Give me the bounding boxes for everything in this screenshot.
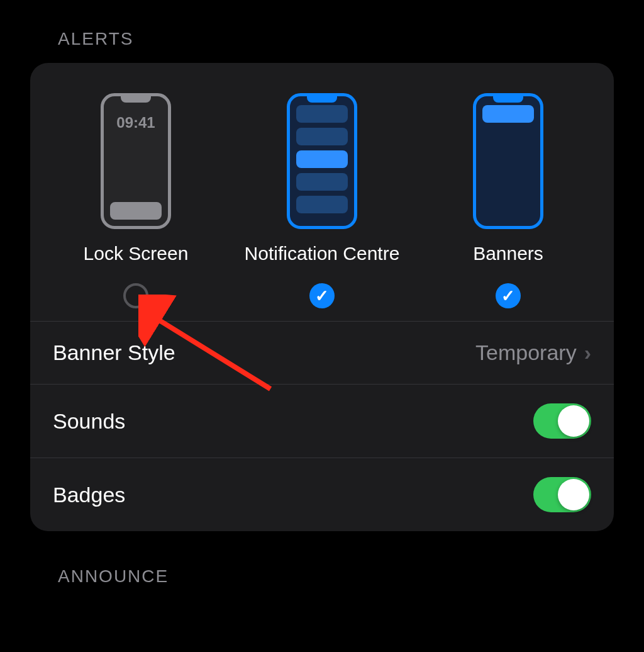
toggle-knob-icon xyxy=(558,479,589,510)
alert-label-lock-screen: Lock Screen xyxy=(84,243,189,264)
alert-types-row: 09:41 Lock Screen xyxy=(30,63,614,322)
notification-centre-phone-icon xyxy=(287,93,357,229)
lock-screen-phone-icon: 09:41 xyxy=(101,93,171,229)
alerts-section-header: ALERTS xyxy=(58,29,614,49)
lock-screen-checkbox[interactable] xyxy=(123,283,148,308)
badges-row: Badges xyxy=(30,458,614,531)
phone-notch-icon xyxy=(307,96,337,103)
sounds-row: Sounds xyxy=(30,385,614,458)
phone-notch-icon xyxy=(493,96,523,103)
banners-phone-icon xyxy=(473,93,543,229)
sounds-toggle[interactable] xyxy=(533,403,591,439)
alert-option-banners[interactable]: Banners ✓ xyxy=(415,93,601,308)
alert-option-notification-centre[interactable]: Notification Centre ✓ xyxy=(229,93,415,308)
banner-style-value: Temporary › xyxy=(475,340,591,365)
alerts-card: 09:41 Lock Screen xyxy=(30,63,614,531)
banners-checkbox[interactable]: ✓ xyxy=(496,283,521,308)
alert-label-banners: Banners xyxy=(473,243,543,264)
sounds-label: Sounds xyxy=(53,409,125,434)
phone-notch-icon xyxy=(121,96,151,103)
announce-section-header: ANNOUNCE xyxy=(58,566,614,587)
alert-label-notification-centre: Notification Centre xyxy=(245,243,400,264)
notification-stack-icon xyxy=(296,105,348,220)
lock-screen-time: 09:41 xyxy=(104,114,168,132)
badges-toggle[interactable] xyxy=(533,477,591,512)
chevron-right-icon: › xyxy=(584,340,591,365)
toggle-knob-icon xyxy=(558,405,589,437)
badges-label: Badges xyxy=(53,483,125,507)
banner-bar-icon xyxy=(482,105,534,123)
banner-style-label: Banner Style xyxy=(53,340,175,365)
notification-centre-checkbox[interactable]: ✓ xyxy=(309,283,335,308)
banner-style-row[interactable]: Banner Style Temporary › xyxy=(30,322,614,385)
lock-screen-bottom-bar-icon xyxy=(110,202,162,220)
alert-option-lock-screen[interactable]: 09:41 Lock Screen xyxy=(43,93,229,308)
